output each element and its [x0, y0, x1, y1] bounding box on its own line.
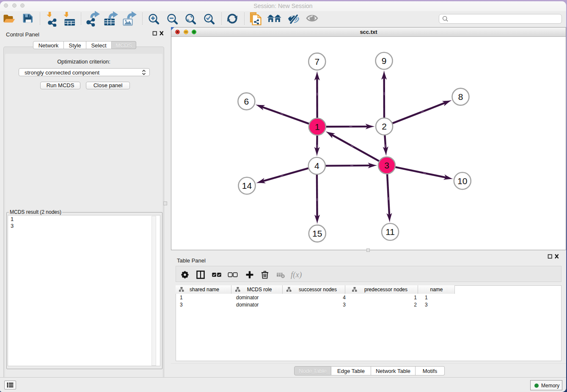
svg-text:4: 4: [314, 161, 319, 171]
svg-text:8: 8: [458, 92, 463, 102]
svg-text:14: 14: [242, 181, 252, 190]
svg-text:7: 7: [314, 57, 319, 66]
svg-text:6: 6: [244, 97, 249, 106]
svg-text:9: 9: [382, 56, 387, 66]
svg-text:3: 3: [384, 160, 389, 170]
svg-text:15: 15: [312, 229, 322, 238]
svg-text:10: 10: [457, 176, 467, 186]
svg-text:1: 1: [315, 122, 320, 132]
svg-text:f(x): f(x): [291, 270, 302, 279]
svg-text:11: 11: [385, 227, 395, 237]
svg-text:2: 2: [382, 121, 387, 131]
